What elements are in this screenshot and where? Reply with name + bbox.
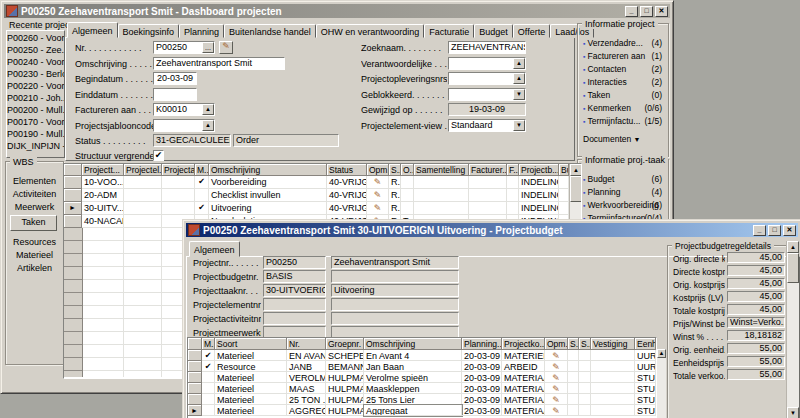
tab-offerte[interactable]: Offerte (513, 24, 550, 38)
record-selector[interactable] (188, 361, 202, 372)
documenten-toggle[interactable]: Documenten ▼ (583, 134, 664, 146)
record-selector[interactable] (64, 189, 82, 202)
sidebar-item-recent-project[interactable]: P00200 - Mull... (7, 105, 64, 115)
record-selector[interactable] (64, 215, 82, 228)
column-header[interactable]: Omschrijving (364, 338, 462, 350)
table-row-selected[interactable]: ► 30-UITV... ✔ Uitvoering 40-VRIJG... ✎ … (64, 202, 581, 215)
projectopleveringsnrs-field[interactable]: ▲ (448, 72, 526, 85)
sidebar-item-recent-project[interactable]: P00250 - Zee... (7, 45, 64, 55)
sidebar-item-activiteiten[interactable]: Activiteiten (6, 189, 63, 199)
projectsjablooncode-field[interactable]: ▲ (153, 119, 215, 132)
chevron-down-icon[interactable]: ▼ (513, 89, 525, 100)
column-header[interactable]: Planning... (462, 338, 502, 350)
omschrijving-field[interactable]: Zeehaventransport Smit (153, 57, 285, 70)
sidebar-item-recent-project[interactable]: DIJK_INPIJN - (7, 141, 64, 151)
taken-button[interactable]: Taken (10, 215, 57, 231)
close-button-icon[interactable]: ✕ (783, 225, 796, 236)
tab-buitenlandse-handel[interactable]: Buitenlandse handel (224, 24, 316, 38)
column-header[interactable]: Eenh (635, 338, 656, 350)
close-button-icon[interactable]: ✕ (655, 6, 668, 17)
zoeknaam-field[interactable]: ZEEHAVENTRANS... (448, 41, 526, 54)
table-row[interactable]: Materieel 25 TON ... HULPMA... 25 Tons L… (188, 394, 656, 405)
column-header[interactable]: Bu (559, 164, 569, 176)
column-header[interactable]: Opm... (367, 164, 389, 176)
column-header[interactable]: M... (202, 338, 215, 350)
sidebar-item-resources[interactable]: Resources (6, 237, 63, 247)
sidebar-item-elementen[interactable]: Elementen (6, 176, 63, 186)
sidebar-item-recent-project[interactable]: P00190 - Mull... (7, 129, 64, 139)
sidebar-item-artikelen[interactable]: Artikelen (6, 263, 63, 273)
info-link-contacten[interactable]: ▪Contacten(2) (583, 64, 664, 76)
info-link-kenmerken[interactable]: ▪Kenmerken(0/6) (583, 103, 664, 115)
column-header[interactable]: Groepnr. (326, 338, 364, 350)
sidebar-item-recent-project[interactable]: P00230 - Berlo 2 (7, 69, 64, 79)
sidebar-item-recent-project[interactable]: P00210 - Joh... (7, 93, 64, 103)
browse-button[interactable]: ... (202, 42, 214, 53)
info-link-interacties[interactable]: ▪Interacties(2) (583, 77, 664, 89)
dashboard-titlebar[interactable]: P00250 Zeehaventransport Smit - Dashboar… (4, 4, 670, 18)
sidebar-item-recent-project[interactable]: P00170 - Voor... (7, 117, 64, 127)
maximize-button-icon[interactable]: □ (768, 225, 781, 236)
maximize-button-icon[interactable]: □ (640, 6, 653, 17)
vertical-scrollbar[interactable]: ▲ ▼ (786, 241, 799, 418)
spin-button-icon[interactable]: ▲ (513, 73, 525, 84)
chevron-down-icon[interactable]: ▼ (513, 120, 525, 131)
record-selector[interactable] (188, 372, 202, 383)
minimize-button-icon[interactable]: _ (753, 225, 766, 236)
record-selector[interactable]: ► (188, 405, 202, 416)
column-header[interactable]: M... (195, 164, 209, 176)
table-row[interactable]: ✔ Materieel EN AVAN... SCHEPEN En Avant … (188, 350, 656, 361)
column-header[interactable]: Projectac... (162, 164, 195, 176)
column-header[interactable]: Opm... (545, 338, 568, 350)
record-selector[interactable] (188, 383, 202, 394)
edit-pencil-button[interactable]: ✎ (219, 41, 233, 54)
record-selector[interactable]: ► (64, 202, 82, 215)
table-row[interactable]: 10-VOO... ✔ Voorbereiding 40-VRIJG... ✎ … (64, 176, 581, 189)
factureren-aan-field[interactable]: K00010 ▲ (153, 103, 215, 116)
table-row[interactable]: Materieel MAAS HULPMA... Maaskleppen 20-… (188, 383, 656, 394)
projectelement-view-dropdown[interactable]: Standaard ▼ (448, 119, 526, 132)
column-header[interactable]: O.. (401, 164, 414, 176)
column-header[interactable]: Projectko... (502, 338, 545, 350)
info-link-verzendadressen[interactable]: ▪Verzendadre...(4) (583, 38, 664, 50)
table-scroll-up-icon[interactable]: ▲ (657, 349, 666, 358)
info-link-factureren-aan[interactable]: ▪Factureren aan(1) (583, 51, 664, 63)
column-header[interactable]: Vestiging (591, 338, 635, 350)
column-header[interactable]: Samentelling (414, 164, 469, 176)
scrollbar-thumb[interactable] (570, 176, 582, 202)
structuur-vergrendeld-checkbox[interactable]: ✔ (153, 150, 164, 161)
info-link-planning[interactable]: ▪Planning(4) (583, 187, 664, 199)
tab-algemeen[interactable]: Algemeen (189, 241, 240, 257)
spin-button-icon[interactable]: ▲ (202, 120, 214, 131)
spin-button-icon[interactable]: ▲ (513, 58, 525, 69)
tab-budget[interactable]: Budget (474, 24, 513, 38)
table-row-selected[interactable]: ► Materieel AGGREG... HULPMA... Aggregaa… (188, 405, 656, 416)
column-header[interactable]: Status (327, 164, 367, 176)
geblokkeerd-dropdown[interactable]: ▼ (448, 88, 526, 101)
sidebar-item-recent-project[interactable]: P00220 - Voor... (7, 81, 64, 91)
minimize-button-icon[interactable]: _ (625, 6, 638, 17)
column-header[interactable]: Projectt... (82, 164, 124, 176)
einddatum-field[interactable] (153, 88, 197, 101)
column-header[interactable]: Facturer... (469, 164, 507, 176)
tab-facturatie[interactable]: Facturatie (424, 24, 474, 38)
column-header[interactable]: Projectb... (519, 164, 559, 176)
info-link-werkvoorbereiding[interactable]: ▪Werkvoorbereiding(6) (583, 200, 664, 212)
tab-ohw-en-verantwoording[interactable]: OHW en verantwoording (316, 24, 425, 38)
info-link-taken[interactable]: ▪Taken(0) (583, 90, 664, 102)
table-row[interactable]: 20-ADM Checklist invullen 40-VRIJG... ✎ … (64, 189, 581, 202)
table-scrollbar-track[interactable] (657, 358, 666, 418)
begindatum-field[interactable]: 20-03-09 (153, 72, 197, 85)
column-header[interactable]: F... (507, 164, 519, 176)
column-header[interactable]: S.. (568, 338, 579, 350)
table-row[interactable]: Materieel VEROLME HULPMA... Verolme spie… (188, 372, 656, 383)
column-header[interactable]: S.. (389, 164, 401, 176)
table-row[interactable]: ✔ Resource JANB BEMANNI... Jan Baan 20-0… (188, 361, 656, 372)
record-selector[interactable] (188, 350, 202, 361)
sidebar-item-recent-project[interactable]: P00260 - Voor... (7, 33, 64, 43)
info-link-budget[interactable]: ▪Budget(6) (583, 174, 664, 186)
column-header[interactable]: Omschrijving (209, 164, 327, 176)
info-link-termijnfacturen[interactable]: ▪Termijnfactu...(1/5) (583, 116, 664, 128)
scroll-up-icon[interactable]: ▲ (787, 241, 799, 253)
sidebar-item-meerwerk[interactable]: Meerwerk (6, 202, 63, 212)
